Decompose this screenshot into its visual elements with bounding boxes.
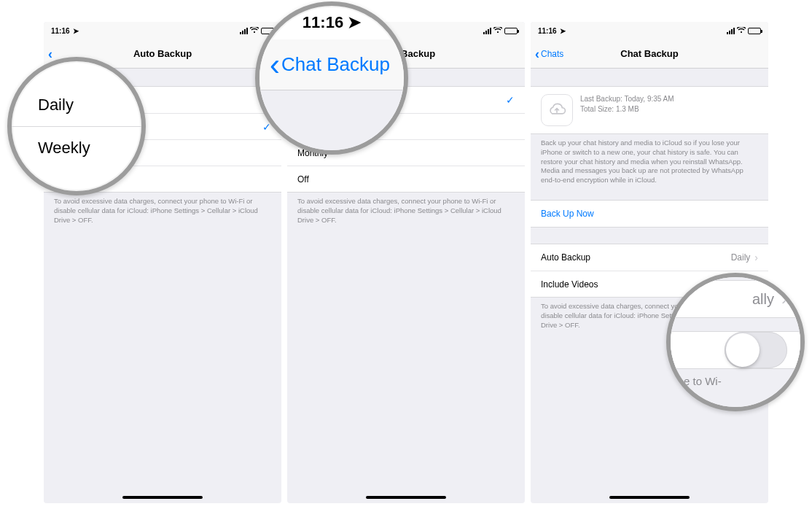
status-bar: 11:16 ➤ xyxy=(531,22,768,39)
battery-icon xyxy=(504,28,518,34)
magnified-back-label: Chat Backup xyxy=(281,53,390,76)
status-time: 11:16 xyxy=(538,27,557,35)
nav-bar: ‹ Chats Chat Backup xyxy=(531,39,768,69)
magnifier-chat-backup-nav: 11:16 ➤ ‹ Chat Backup xyxy=(255,1,408,155)
magnified-back-button[interactable]: ‹ Chat Backup xyxy=(259,39,404,90)
chevron-left-icon: ‹ xyxy=(535,47,539,61)
chevron-left-icon: ‹ xyxy=(48,47,52,61)
backup-now-section: Back Up Now xyxy=(531,200,768,228)
magnified-status-time: 11:16 xyxy=(302,13,343,32)
location-services-icon: ➤ xyxy=(560,27,566,35)
footer-note: To avoid excessive data charges, connect… xyxy=(44,193,281,229)
location-services-icon: ➤ xyxy=(348,13,361,32)
back-label: Chats xyxy=(541,49,563,59)
total-size-text: Total Size: 1.3 MB xyxy=(580,104,674,115)
magnifier-daily-weekly: Daily Weekly xyxy=(7,57,146,195)
battery-icon xyxy=(748,28,761,34)
backup-description: Back up your chat history and media to i… xyxy=(531,134,768,190)
screen-chat-backup: 11:16 ➤ ‹ Chats Chat Backup xyxy=(531,22,768,503)
cellular-signal-icon xyxy=(240,28,248,34)
status-time: 11:16 xyxy=(51,27,70,35)
back-up-now-button[interactable]: Back Up Now xyxy=(531,201,768,227)
status-bar: 11:16 ➤ xyxy=(44,22,281,39)
magnifier-include-videos-toggle: ally › e to Wi- xyxy=(666,273,805,411)
cellular-signal-icon xyxy=(483,28,491,34)
auto-backup-row[interactable]: Auto Backup Daily › xyxy=(531,244,768,271)
home-indicator[interactable] xyxy=(609,496,690,499)
magnified-option-weekly[interactable]: Weekly xyxy=(12,126,141,168)
wifi-icon xyxy=(737,27,746,35)
cellular-signal-icon xyxy=(727,28,735,34)
magnified-include-videos-toggle[interactable] xyxy=(725,332,787,368)
nav-title: Chat Backup xyxy=(531,48,768,59)
backup-info-section: Last Backup: Today, 9:35 AM Total Size: … xyxy=(531,86,768,134)
chevron-right-icon: › xyxy=(754,252,758,263)
home-indicator[interactable] xyxy=(366,496,446,499)
chevron-left-icon: ‹ xyxy=(270,50,280,80)
checkmark-icon: ✓ xyxy=(506,94,515,106)
wifi-icon xyxy=(493,27,502,35)
cloud-upload-icon xyxy=(541,94,573,126)
option-off[interactable]: Off xyxy=(287,166,525,192)
location-services-icon: ➤ xyxy=(73,27,79,35)
wifi-icon xyxy=(250,27,259,35)
home-indicator[interactable] xyxy=(122,496,203,499)
magnified-note-partial: e to Wi- xyxy=(671,369,800,393)
footer-note: To avoid excessive data charges, connect… xyxy=(287,193,525,229)
magnified-option-daily[interactable]: Daily xyxy=(12,84,141,126)
magnified-toggle-row xyxy=(671,331,800,369)
back-button[interactable]: ‹ Chats xyxy=(531,47,563,61)
last-backup-text: Last Backup: Today, 9:35 AM xyxy=(580,94,674,104)
back-button[interactable]: ‹ xyxy=(44,47,54,61)
